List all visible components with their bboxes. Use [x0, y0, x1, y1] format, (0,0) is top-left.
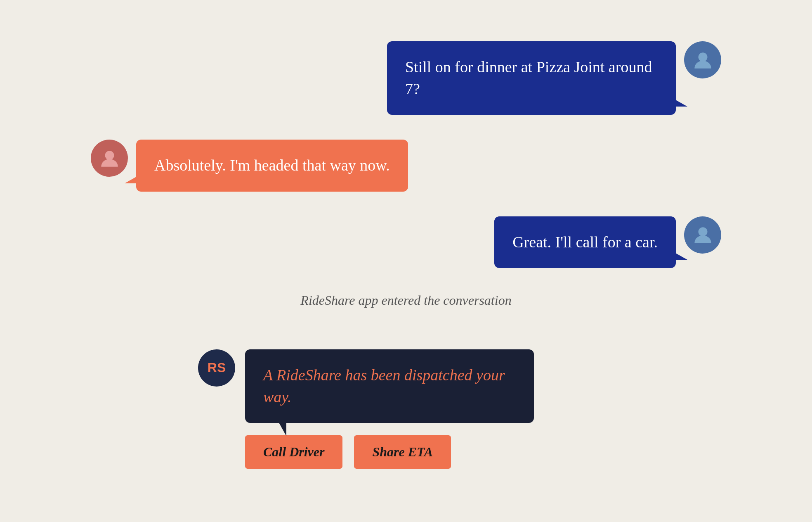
message-row-3: Great. I'll call for a car.: [371, 216, 729, 268]
app-message-row: RS A RideShare has been dispatched your …: [190, 349, 729, 469]
app-bubble-wrapper: A RideShare has been dispatched your way…: [245, 349, 534, 469]
app-message-text: A RideShare has been dispatched your way…: [263, 366, 505, 406]
bubble-msg2: Absolutely. I'm headed that way now.: [136, 140, 408, 191]
system-message: RideShare app entered the conversation: [83, 293, 729, 308]
avatar-blue-1: [684, 41, 721, 78]
message-row-2: Absolutely. I'm headed that way now.: [83, 140, 729, 191]
share-eta-button[interactable]: Share ETA: [354, 435, 451, 469]
bubble-msg3: Great. I'll call for a car.: [494, 216, 676, 268]
svg-point-1: [105, 151, 114, 160]
chat-container: Still on for dinner at Pizza Joint aroun…: [0, 0, 812, 522]
bubble-app-msg: A RideShare has been dispatched your way…: [245, 349, 534, 423]
message-text-1: Still on for dinner at Pizza Joint aroun…: [405, 58, 652, 97]
avatar-blue-2: [684, 216, 721, 254]
call-driver-button[interactable]: Call Driver: [245, 435, 342, 469]
avatar-initials: RS: [208, 360, 226, 375]
message-text-2: Absolutely. I'm headed that way now.: [154, 157, 390, 174]
action-buttons: Call Driver Share ETA: [245, 435, 534, 469]
svg-point-2: [698, 227, 707, 236]
message-row-1: Still on for dinner at Pizza Joint aroun…: [371, 41, 729, 115]
bubble-msg1: Still on for dinner at Pizza Joint aroun…: [387, 41, 676, 115]
avatar-salmon: [91, 140, 128, 177]
message-text-3: Great. I'll call for a car.: [512, 233, 658, 251]
svg-point-0: [698, 52, 707, 62]
avatar-rs: RS: [198, 349, 235, 387]
